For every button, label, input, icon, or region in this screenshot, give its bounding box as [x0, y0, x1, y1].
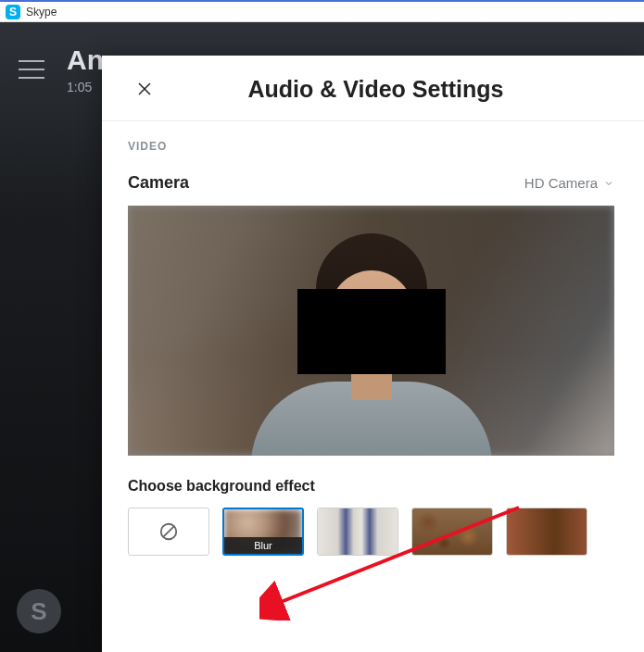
window-title: Skype	[26, 6, 57, 19]
effect-background-warm2[interactable]	[506, 508, 587, 556]
close-icon	[136, 81, 153, 97]
audio-video-settings-panel: Audio & Video Settings VIDEO Camera HD C…	[102, 56, 644, 652]
effect-tiles-thumbnail	[318, 508, 398, 555]
background-effect-label: Choose background effect	[128, 478, 614, 495]
skype-watermark-icon: S	[17, 589, 61, 633]
panel-body: VIDEO Camera HD Camera Choose background…	[102, 121, 644, 556]
skype-icon-letter: S	[9, 6, 17, 19]
panel-title: Audio & Video Settings	[159, 76, 622, 103]
effect-warm2-thumbnail	[507, 508, 587, 555]
call-duration: 1:05	[67, 80, 104, 94]
effect-none[interactable]	[128, 508, 209, 556]
background-effects-list: Blur	[128, 508, 614, 556]
video-section-label: VIDEO	[128, 140, 614, 153]
camera-row: Camera HD Camera	[128, 173, 614, 193]
call-title: An	[67, 44, 104, 76]
none-icon	[158, 521, 179, 542]
camera-label: Camera	[128, 173, 189, 193]
chevron-down-icon	[603, 178, 614, 189]
effect-background-warm1[interactable]	[411, 508, 493, 556]
svg-line-3	[163, 526, 174, 537]
camera-preview	[128, 206, 614, 456]
menu-icon[interactable]	[19, 60, 44, 79]
effect-warm1-thumbnail	[412, 508, 492, 555]
window-titlebar: S Skype	[0, 0, 644, 22]
effect-background-tiles[interactable]	[317, 508, 398, 556]
face-redaction-block	[297, 289, 446, 374]
camera-selected-value: HD Camera	[524, 175, 598, 191]
panel-header: Audio & Video Settings	[102, 56, 644, 121]
skype-app-icon: S	[6, 5, 20, 19]
camera-dropdown[interactable]: HD Camera	[524, 175, 614, 191]
effect-blur[interactable]: Blur	[222, 508, 304, 556]
close-button[interactable]	[130, 74, 159, 104]
preview-person	[260, 224, 483, 456]
effect-blur-caption: Blur	[224, 537, 302, 554]
